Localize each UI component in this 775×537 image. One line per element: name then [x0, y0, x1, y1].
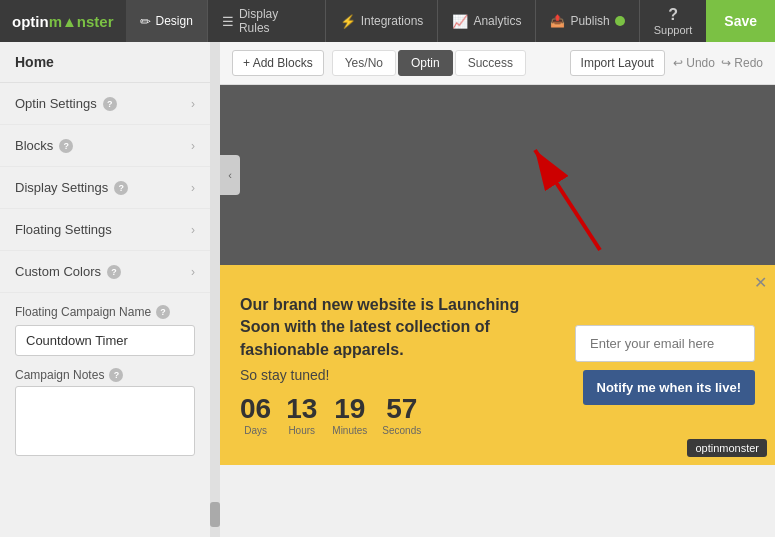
canvas-right-section: Notify me when its live!	[575, 325, 755, 405]
tab-group: Yes/No Optin Success	[332, 50, 526, 76]
svg-line-1	[535, 150, 600, 250]
tab-optin[interactable]: Optin	[398, 50, 453, 76]
question-mark-icon: ?	[668, 6, 678, 24]
sidebar-item-floating-settings[interactable]: Floating Settings ›	[0, 209, 210, 251]
support-button[interactable]: ? Support	[639, 0, 707, 42]
sidebar-item-optin-left: Optin Settings ?	[15, 96, 117, 111]
red-arrow-annotation	[510, 130, 630, 263]
display-settings-help-icon[interactable]: ?	[114, 181, 128, 195]
undo-button[interactable]: ↩ Undo	[673, 56, 715, 70]
blocks-arrow-icon: ›	[191, 139, 195, 153]
countdown-seconds-label: Seconds	[382, 425, 421, 436]
add-blocks-button[interactable]: + Add Blocks	[232, 50, 324, 76]
canvas-dark-section: ‹	[220, 85, 775, 265]
publish-icon: 📤	[550, 14, 565, 28]
sidebar-form: Floating Campaign Name ? Campaign Notes …	[0, 293, 210, 471]
canvas-sub-text: So stay tuned!	[240, 367, 555, 383]
canvas-close-button[interactable]: ✕	[754, 273, 767, 292]
logo-text: optinm▲nster	[12, 13, 114, 30]
top-nav: optinm▲nster ✏ Design ☰ Display Rules ⚡ …	[0, 0, 775, 42]
countdown-days-value: 06	[240, 393, 271, 425]
nav-label-publish: Publish	[570, 14, 609, 28]
sidebar-optin-label: Optin Settings	[15, 96, 97, 111]
countdown-hours-value: 13	[286, 393, 317, 425]
campaign-notes-label: Campaign Notes ?	[15, 368, 195, 382]
sidebar-item-floating-left: Floating Settings	[15, 222, 112, 237]
redo-button[interactable]: ↪ Redo	[721, 56, 763, 70]
countdown-hours: 13 Hours	[286, 393, 317, 436]
canvas-main-text: Our brand new website is Launching Soon …	[240, 294, 555, 361]
notify-button[interactable]: Notify me when its live!	[583, 370, 755, 405]
sidebar-item-blocks[interactable]: Blocks ? ›	[0, 125, 210, 167]
nav-item-analytics[interactable]: 📈 Analytics	[438, 0, 536, 42]
countdown-timer: 06 Days 13 Hours 19 Minutes 57	[240, 393, 555, 436]
sidebar-item-display-left: Display Settings ?	[15, 180, 128, 195]
optin-settings-help-icon[interactable]: ?	[103, 97, 117, 111]
sidebar-display-label: Display Settings	[15, 180, 108, 195]
display-rules-icon: ☰	[222, 14, 234, 29]
nav-item-publish[interactable]: 📤 Publish	[536, 0, 638, 42]
sidebar-item-optin-settings[interactable]: Optin Settings ? ›	[0, 83, 210, 125]
sidebar-item-display-settings[interactable]: Display Settings ? ›	[0, 167, 210, 209]
canvas-text-area: Our brand new website is Launching Soon …	[240, 294, 555, 436]
sidebar-container: Home Optin Settings ? › Blocks ? › Displ…	[0, 42, 220, 537]
import-layout-button[interactable]: Import Layout	[570, 50, 665, 76]
om-badge: optinmonster	[687, 439, 767, 457]
custom-colors-arrow-icon: ›	[191, 265, 195, 279]
campaign-name-help-icon[interactable]: ?	[156, 305, 170, 319]
campaign-name-label: Floating Campaign Name ?	[15, 305, 195, 319]
collapse-handle-button[interactable]: ‹	[220, 155, 240, 195]
sidebar-blocks-label: Blocks	[15, 138, 53, 153]
display-settings-arrow-icon: ›	[191, 181, 195, 195]
blocks-help-icon[interactable]: ?	[59, 139, 73, 153]
nav-right: ? Support Save	[639, 0, 775, 42]
countdown-days: 06 Days	[240, 393, 271, 436]
sidebar-home-header: Home	[0, 42, 210, 83]
nav-item-design[interactable]: ✏ Design	[126, 0, 208, 42]
logo-monster: m▲nster	[49, 13, 114, 30]
sidebar-item-custom-colors[interactable]: Custom Colors ? ›	[0, 251, 210, 293]
nav-label-analytics: Analytics	[473, 14, 521, 28]
countdown-seconds-value: 57	[382, 393, 421, 425]
undo-redo-group: ↩ Undo ↪ Redo	[673, 56, 763, 70]
save-button[interactable]: Save	[706, 0, 775, 42]
canvas-area: ‹ ✕ Our brand ne	[220, 85, 775, 537]
sidebar-floating-label: Floating Settings	[15, 222, 112, 237]
nav-item-display-rules[interactable]: ☰ Display Rules	[208, 0, 326, 42]
email-capture-input[interactable]	[575, 325, 755, 362]
content-area: + Add Blocks Yes/No Optin Success Import…	[220, 42, 775, 537]
countdown-seconds: 57 Seconds	[382, 393, 421, 436]
countdown-days-label: Days	[240, 425, 271, 436]
custom-colors-help-icon[interactable]: ?	[107, 265, 121, 279]
countdown-minutes-value: 19	[332, 393, 367, 425]
sidebar-item-blocks-left: Blocks ?	[15, 138, 73, 153]
nav-label-integrations: Integrations	[361, 14, 424, 28]
sidebar: Home Optin Settings ? › Blocks ? › Displ…	[0, 42, 210, 537]
analytics-icon: 📈	[452, 14, 468, 29]
logo: optinm▲nster	[0, 0, 126, 42]
campaign-notes-textarea[interactable]	[15, 386, 195, 456]
sidebar-scrollbar-thumb[interactable]	[210, 502, 220, 527]
pencil-icon: ✏	[140, 14, 151, 29]
integrations-icon: ⚡	[340, 14, 356, 29]
tab-yesno[interactable]: Yes/No	[332, 50, 396, 76]
sidebar-custom-colors-label: Custom Colors	[15, 264, 101, 279]
sidebar-scrollbar[interactable]	[210, 42, 220, 537]
nav-label-display-rules: Display Rules	[239, 7, 311, 35]
toolbar-right: Import Layout ↩ Undo ↪ Redo	[570, 50, 763, 76]
floating-settings-arrow-icon: ›	[191, 223, 195, 237]
canvas-yellow-section: ✕ Our brand new website is Launching Soo…	[220, 265, 775, 465]
nav-items: ✏ Design ☰ Display Rules ⚡ Integrations …	[126, 0, 639, 42]
main-layout: Home Optin Settings ? › Blocks ? › Displ…	[0, 42, 775, 537]
sidebar-item-custom-left: Custom Colors ?	[15, 264, 121, 279]
toolbar: + Add Blocks Yes/No Optin Success Import…	[220, 42, 775, 85]
nav-label-design: Design	[156, 14, 193, 28]
countdown-minutes-label: Minutes	[332, 425, 367, 436]
nav-item-integrations[interactable]: ⚡ Integrations	[326, 0, 439, 42]
countdown-hours-label: Hours	[286, 425, 317, 436]
optin-settings-arrow-icon: ›	[191, 97, 195, 111]
campaign-name-input[interactable]	[15, 325, 195, 356]
tab-success[interactable]: Success	[455, 50, 526, 76]
countdown-minutes: 19 Minutes	[332, 393, 367, 436]
campaign-notes-help-icon[interactable]: ?	[109, 368, 123, 382]
